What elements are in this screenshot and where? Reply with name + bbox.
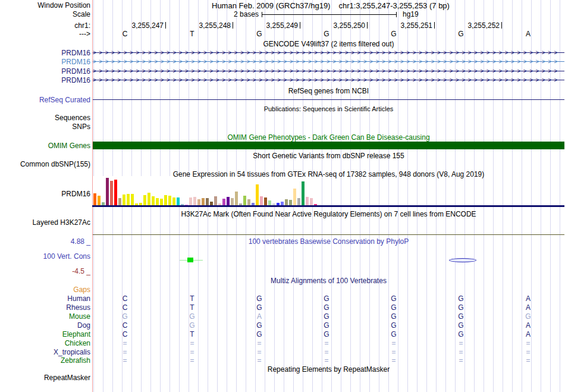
sidebar-item-sequences[interactable]: Sequences xyxy=(0,114,90,122)
gtex-bar[interactable] xyxy=(152,196,155,205)
omim-track-title: OMIM Gene Phenotypes - Dark Green Can Be… xyxy=(93,133,564,142)
gtex-bar[interactable] xyxy=(268,200,271,205)
gtex-bar[interactable] xyxy=(172,197,175,205)
gtex-bar[interactable] xyxy=(256,184,259,205)
align-base: A xyxy=(519,321,537,330)
conservation-positive-marker[interactable] xyxy=(187,258,193,262)
gtex-bar[interactable] xyxy=(293,189,296,205)
gtex-bar[interactable] xyxy=(272,203,275,205)
gtex-bar[interactable] xyxy=(185,205,188,205)
gtex-bar[interactable] xyxy=(231,198,234,205)
gtex-bar[interactable] xyxy=(247,199,250,205)
conservation-max-value: 4.88 _ xyxy=(0,237,90,246)
sidebar-item-100-vert-cons[interactable]: 100 Vert. Cons xyxy=(0,252,90,261)
omim-genes-bar[interactable] xyxy=(93,142,564,149)
gencode-gene-row[interactable]: >>>>>>>>>>>>>>>>>>>>>>>>>>>>>>>>>>>>>>>>… xyxy=(93,58,564,65)
sidebar-item-snps[interactable]: SNPs xyxy=(0,123,90,131)
sidebar-item-gaps[interactable]: Gaps xyxy=(0,286,90,294)
ruler-tick-label: 3,255,248 xyxy=(165,21,231,30)
gtex-bar[interactable] xyxy=(135,203,138,205)
gtex-bar[interactable] xyxy=(106,178,109,205)
gene-direction-arrows: >>>>>>>>>>>>>>>>>>>>>>>>>>>>>>>>>>>>>>>>… xyxy=(93,76,564,84)
species-label[interactable]: Mouse xyxy=(0,312,90,321)
gencode-gene-label[interactable]: PRDM16 xyxy=(0,76,90,84)
gtex-bar[interactable] xyxy=(160,199,163,205)
gtex-bar[interactable] xyxy=(214,196,217,205)
species-label[interactable]: Elephant xyxy=(0,330,90,338)
gtex-bar[interactable] xyxy=(177,197,180,205)
gtex-bar[interactable] xyxy=(164,195,167,205)
sidebar-item-omim-genes[interactable]: OMIM Genes xyxy=(0,142,90,150)
gtex-bar[interactable] xyxy=(260,196,263,205)
gtex-bar[interactable] xyxy=(197,199,200,205)
species-label[interactable]: Human xyxy=(0,294,90,303)
gtex-bar[interactable] xyxy=(222,199,225,205)
species-label[interactable]: X_tropicalis xyxy=(0,348,90,356)
gtex-bar[interactable] xyxy=(110,181,113,205)
gtex-bar[interactable] xyxy=(168,196,171,205)
sidebar-item-refseq-curated[interactable]: RefSeq Curated xyxy=(0,96,90,104)
gtex-bar[interactable] xyxy=(156,198,159,205)
gtex-bar[interactable] xyxy=(143,195,146,205)
gtex-baseline xyxy=(92,205,564,207)
gtex-bar[interactable] xyxy=(297,198,300,205)
gtex-bar[interactable] xyxy=(302,181,305,205)
gtex-bar[interactable] xyxy=(227,197,230,205)
gtex-bar[interactable] xyxy=(93,193,96,205)
scale-label: Scale xyxy=(0,10,90,18)
align-base: = xyxy=(519,348,537,356)
conservation-negative-lens[interactable] xyxy=(449,258,476,262)
gtex-bar[interactable] xyxy=(285,199,288,205)
gtex-bar[interactable] xyxy=(118,198,121,205)
sidebar-item-gtex-gene[interactable]: PRDM16 xyxy=(0,190,90,198)
gtex-bar[interactable] xyxy=(281,202,284,205)
sidebar-item-layered-h3k27ac[interactable]: Layered H3K27Ac xyxy=(0,218,90,227)
gtex-bar[interactable] xyxy=(123,195,125,205)
gtex-bar[interactable] xyxy=(243,196,246,205)
gtex-bar[interactable] xyxy=(310,198,313,205)
sidebar-item-common-dbsnp[interactable]: Common dbSNP(155) xyxy=(0,160,90,168)
gtex-bar[interactable] xyxy=(181,204,184,205)
species-label[interactable]: Zebrafish xyxy=(0,356,90,365)
gtex-bar[interactable] xyxy=(206,198,209,205)
phylop-track-title: 100 vertebrates Basewise Conservation by… xyxy=(93,237,564,246)
gencode-gene-row[interactable]: >>>>>>>>>>>>>>>>>>>>>>>>>>>>>>>>>>>>>>>>… xyxy=(93,49,564,57)
gtex-bar[interactable] xyxy=(277,203,280,205)
gencode-gene-label[interactable]: PRDM16 xyxy=(0,49,90,57)
gtex-bar[interactable] xyxy=(314,204,317,205)
assembly-title: Human Feb. 2009 (GRCh37/hg19) xyxy=(212,1,330,10)
gtex-bar[interactable] xyxy=(102,202,105,205)
scale-bar-left-tick xyxy=(262,12,262,17)
gencode-gene-row[interactable]: >>>>>>>>>>>>>>>>>>>>>>>>>>>>>>>>>>>>>>>>… xyxy=(93,67,564,75)
gtex-bar[interactable] xyxy=(131,194,134,205)
refseq-curated-gene-line[interactable] xyxy=(93,99,564,100)
align-base: G xyxy=(250,321,268,330)
align-base: = xyxy=(385,348,403,356)
gtex-bar[interactable] xyxy=(264,197,267,205)
align-base: G xyxy=(452,312,470,321)
gtex-bar[interactable] xyxy=(147,193,150,205)
gtex-bar[interactable] xyxy=(193,197,196,205)
gtex-bar[interactable] xyxy=(127,194,130,205)
species-label[interactable]: Rhesus xyxy=(0,303,90,312)
gtex-bar[interactable] xyxy=(239,203,242,205)
gtex-bar[interactable] xyxy=(202,198,205,205)
gtex-bar[interactable] xyxy=(114,180,117,205)
gencode-gene-row[interactable]: >>>>>>>>>>>>>>>>>>>>>>>>>>>>>>>>>>>>>>>>… xyxy=(93,76,564,84)
sidebar-item-repeatmasker[interactable]: RepeatMasker xyxy=(0,374,90,382)
gtex-bar[interactable] xyxy=(289,200,292,205)
gtex-bar[interactable] xyxy=(306,197,309,205)
gtex-bar[interactable] xyxy=(235,192,238,205)
species-label[interactable]: Dog xyxy=(0,321,90,330)
gencode-gene-label[interactable]: PRDM16 xyxy=(0,58,90,66)
gtex-bar[interactable] xyxy=(218,203,221,205)
gtex-bar[interactable] xyxy=(139,203,142,205)
gtex-bar[interactable] xyxy=(98,196,101,205)
gtex-bar[interactable] xyxy=(210,202,213,205)
species-label[interactable]: Chicken xyxy=(0,339,90,347)
align-base: G xyxy=(385,294,403,303)
gtex-bar[interactable] xyxy=(252,203,255,205)
gtex-bar[interactable] xyxy=(189,197,192,205)
gencode-gene-label[interactable]: PRDM16 xyxy=(0,67,90,76)
align-base: G xyxy=(318,294,335,303)
